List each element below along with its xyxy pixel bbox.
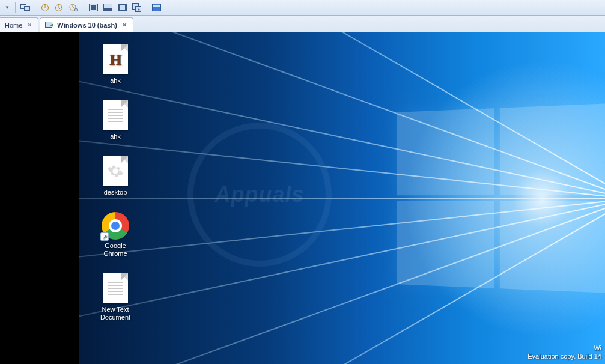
toolbar-separator xyxy=(84,2,84,13)
icon-label: ahk xyxy=(110,133,121,141)
svg-point-5 xyxy=(75,8,78,11)
vm-play-icon xyxy=(45,21,53,29)
clock-fwd-icon xyxy=(55,3,64,12)
os-watermark: Wi Evaluation copy. Build 14 xyxy=(527,344,601,360)
desktop-icon-desktop-ini[interactable]: desktop xyxy=(93,156,138,196)
svg-rect-7 xyxy=(91,5,96,10)
tab-label: Home xyxy=(5,22,22,29)
os-watermark-line: Evaluation copy. Build 14 xyxy=(527,352,601,360)
watermark-ring: Appuals xyxy=(187,123,332,267)
svg-rect-9 xyxy=(104,8,112,11)
tab-windows-10-bash[interactable]: Windows 10 (bash) ✕ xyxy=(40,17,133,32)
fit-window-button[interactable] xyxy=(87,2,100,14)
guest-desktop[interactable]: Appuals H ahk ahk xyxy=(79,32,605,364)
watermark-text: Appuals xyxy=(214,182,304,207)
desktop-icon-new-text-document[interactable]: New Text Document xyxy=(93,273,138,321)
fullscreen-button[interactable] xyxy=(116,2,129,14)
unity-icon xyxy=(132,3,141,12)
toolbar-separator xyxy=(15,2,16,13)
stretch-icon xyxy=(103,4,112,11)
svg-rect-17 xyxy=(46,22,52,27)
os-watermark-line: Wi xyxy=(527,344,601,352)
toolbar-separator xyxy=(147,2,147,13)
vm-viewport[interactable]: Appuals H ahk ahk xyxy=(0,32,605,364)
icon-label: ahk xyxy=(110,77,121,85)
close-icon[interactable]: ✕ xyxy=(26,22,33,29)
settings-file-icon xyxy=(103,156,128,186)
snapshot-manage-button[interactable] xyxy=(53,2,66,14)
multi-monitor-button[interactable] xyxy=(19,2,32,14)
text-file-icon xyxy=(103,273,128,303)
text-file-icon xyxy=(103,100,128,130)
toolbar-separator xyxy=(35,2,35,13)
desktop-icon-grid: H ahk ahk desktop xyxy=(93,44,138,321)
desktop-icon-ahk-file[interactable]: H ahk xyxy=(93,44,138,85)
windows-logo-wallpaper xyxy=(397,103,605,293)
close-icon[interactable]: ✕ xyxy=(121,22,128,29)
icon-label: desktop xyxy=(104,189,127,196)
tab-home[interactable]: Home ✕ xyxy=(0,17,38,32)
svg-rect-16 xyxy=(153,5,160,7)
file-icon: H xyxy=(103,44,128,74)
gear-icon xyxy=(107,163,124,180)
view-cycle-button[interactable] xyxy=(150,2,163,14)
desktop-icon-ahk-text[interactable]: ahk xyxy=(93,100,138,141)
view-cycle-icon xyxy=(152,4,161,11)
tab-strip: Home ✕ Windows 10 (bash) ✕ xyxy=(0,16,605,32)
fit-window-icon xyxy=(89,4,98,11)
stretch-button[interactable] xyxy=(102,2,115,14)
svg-rect-11 xyxy=(120,5,125,10)
snapshot-settings-button[interactable] xyxy=(67,2,81,14)
clock-back-icon xyxy=(40,3,49,12)
snapshot-take-button[interactable] xyxy=(38,2,52,14)
unity-button[interactable] xyxy=(130,2,144,14)
svg-point-14 xyxy=(138,9,140,11)
host-toolbar: ▼ xyxy=(0,0,605,16)
toolbar-dropdown[interactable]: ▼ xyxy=(2,2,12,14)
svg-rect-1 xyxy=(24,6,29,10)
tab-label: Windows 10 (bash) xyxy=(57,22,117,29)
monitor-dual-icon xyxy=(20,4,30,12)
icon-label: New Text Document xyxy=(93,306,138,321)
desktop-icon-google-chrome[interactable]: ↗ Google Chrome xyxy=(93,212,138,258)
fullscreen-icon xyxy=(118,4,127,11)
shortcut-arrow-icon: ↗ xyxy=(100,232,109,241)
icon-label: Google Chrome xyxy=(93,242,138,258)
clock-gear-icon xyxy=(69,3,78,12)
chevron-down-icon: ▼ xyxy=(5,5,10,10)
